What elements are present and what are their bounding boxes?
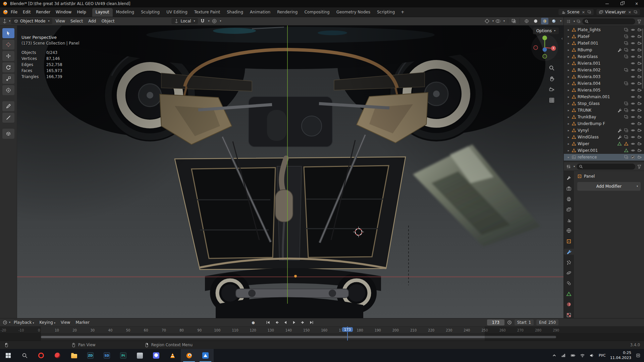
expand-icon[interactable]: ▸	[567, 68, 570, 72]
jump-start-button[interactable]	[265, 319, 271, 325]
app-sd-icon[interactable]: SD	[99, 349, 115, 362]
remove-viewlayer-icon[interactable]: ×	[628, 10, 632, 14]
workspace-tab-layout[interactable]: Layout	[92, 8, 113, 17]
menu-window[interactable]: Window	[53, 8, 74, 16]
outliner-item[interactable]: ▸Stop_Glass	[564, 100, 644, 107]
workspace-tab-modeling[interactable]: Modeling	[113, 8, 138, 17]
menu-edit[interactable]: Edit	[20, 8, 33, 16]
properties-tab-scene[interactable]	[564, 217, 574, 223]
proportional-edit-icon[interactable]	[212, 18, 217, 24]
add-workspace-button[interactable]: +	[398, 8, 407, 16]
disable-render-icon[interactable]	[637, 68, 642, 72]
taskbar-search-icon[interactable]	[16, 349, 33, 362]
xray-toggle-icon[interactable]	[511, 18, 517, 24]
disable-render-icon[interactable]	[637, 34, 642, 39]
outliner-item[interactable]: ▸reference	[564, 154, 644, 161]
tool-transform[interactable]	[2, 85, 14, 95]
opera-icon[interactable]	[33, 349, 49, 362]
outliner-item[interactable]: ▸Riviera.004	[564, 80, 644, 87]
hide-viewport-icon[interactable]	[631, 68, 635, 72]
hide-viewport-icon[interactable]	[631, 48, 635, 52]
browser-icon[interactable]	[49, 349, 66, 362]
properties-tab-view-layer[interactable]	[564, 206, 574, 213]
disable-render-icon[interactable]	[637, 101, 642, 106]
expand-icon[interactable]: ▸	[567, 149, 570, 152]
vlc-icon[interactable]	[164, 349, 181, 362]
expand-icon[interactable]: ▸	[567, 42, 570, 45]
expand-icon[interactable]: ▸	[567, 35, 570, 38]
current-frame-indicator[interactable]: 173	[342, 327, 353, 332]
hide-viewport-icon[interactable]	[631, 41, 635, 46]
timeline-scrollbar[interactable]	[41, 336, 556, 338]
substance-painter-icon[interactable]: Pt	[115, 349, 131, 362]
blender-icon[interactable]	[181, 349, 197, 362]
viewport[interactable]: User Perspective (173) Scene Collection …	[17, 25, 564, 318]
disable-render-icon[interactable]	[637, 155, 642, 160]
tool-cursor[interactable]	[2, 40, 14, 50]
tool-scale[interactable]	[2, 74, 14, 84]
outliner-item[interactable]: ▸Wiper	[564, 140, 644, 147]
taskbar-clock[interactable]: 0:25 11.04.2023	[610, 351, 631, 360]
chevron-up-tray-icon[interactable]	[552, 353, 557, 358]
use-preview-range-icon[interactable]	[507, 320, 512, 325]
viewport-menu-select[interactable]: Select	[68, 17, 86, 25]
checkbox-icon[interactable]	[631, 155, 635, 160]
properties-tab-modifiers[interactable]	[564, 249, 574, 255]
expand-icon[interactable]: ▸	[567, 109, 570, 112]
tool-select-box[interactable]	[2, 28, 14, 38]
auto-keying-button[interactable]: ●	[250, 319, 257, 325]
mode-dropdown[interactable]: Object Mode ▾	[11, 18, 52, 24]
properties-tab-object[interactable]	[564, 238, 574, 244]
tool-move[interactable]	[2, 51, 14, 61]
hide-viewport-icon[interactable]	[631, 54, 635, 59]
hide-viewport-icon[interactable]	[631, 128, 635, 133]
outliner-item[interactable]: ▸PlateF	[564, 33, 644, 40]
play-button[interactable]	[291, 319, 298, 325]
outliner-item[interactable]: ▸UnderBump F	[564, 120, 644, 127]
scene-selector[interactable]: Scene ×	[558, 9, 594, 15]
workspace-tab-scripting[interactable]: Scripting	[374, 8, 398, 17]
viewport-menu-object[interactable]: Object	[99, 17, 117, 25]
navigation-gizmo[interactable]: X	[531, 34, 559, 62]
properties-tab-tool[interactable]	[564, 175, 574, 181]
tool-add-cube[interactable]	[2, 129, 14, 139]
workspace-tab-texture-paint[interactable]: Texture Paint	[191, 8, 223, 17]
properties-editor-icon[interactable]	[566, 164, 571, 169]
properties-tab-particles[interactable]	[564, 259, 574, 265]
properties-tab-texture[interactable]	[564, 312, 574, 318]
properties-tab-constraints[interactable]	[564, 280, 574, 286]
viewlayer-selector[interactable]: ViewLayer ×	[596, 9, 640, 15]
hide-viewport-icon[interactable]	[631, 81, 635, 86]
snap-magnet-icon[interactable]	[200, 18, 205, 24]
expand-icon[interactable]: ▸	[567, 142, 570, 145]
current-frame-field[interactable]: 173	[487, 319, 504, 325]
show-overlays-icon[interactable]	[495, 18, 501, 24]
outliner-item[interactable]: ▸Riviera.003	[564, 73, 644, 80]
expand-icon[interactable]: ▸	[567, 95, 570, 99]
expand-icon[interactable]: ▸	[567, 115, 570, 119]
properties-tab-physics[interactable]	[564, 270, 574, 276]
outliner-item[interactable]: ▸Plate_lights	[564, 26, 644, 33]
disable-render-icon[interactable]	[637, 121, 642, 126]
disable-render-icon[interactable]	[637, 108, 642, 113]
outliner-editor-icon[interactable]	[566, 19, 571, 24]
properties-search-input[interactable]	[577, 164, 635, 170]
outliner-item[interactable]: ▸RearGlass	[564, 53, 644, 60]
expand-icon[interactable]: ▸	[567, 82, 570, 85]
close-button[interactable]: ×	[629, 0, 644, 7]
disable-render-icon[interactable]	[637, 115, 642, 119]
expand-icon[interactable]: ▸	[567, 88, 570, 92]
hide-viewport-icon[interactable]	[631, 108, 635, 113]
file-explorer-icon[interactable]	[66, 349, 82, 362]
disable-render-icon[interactable]	[637, 81, 642, 86]
play-rev-button[interactable]	[282, 319, 289, 325]
jump-end-button[interactable]	[308, 319, 315, 325]
tool-measure[interactable]	[2, 113, 14, 123]
outliner-search-input[interactable]	[582, 18, 635, 24]
orientation-dropdown[interactable]: Local ▾	[171, 18, 198, 24]
timeline-body[interactable]: -20-100102030405060708090100110120130140…	[0, 326, 644, 341]
photos-icon[interactable]	[197, 349, 214, 362]
disable-render-icon[interactable]	[637, 41, 642, 46]
end-frame-field[interactable]: End 250	[536, 319, 558, 325]
options-button[interactable]: Options ▾	[533, 27, 559, 34]
